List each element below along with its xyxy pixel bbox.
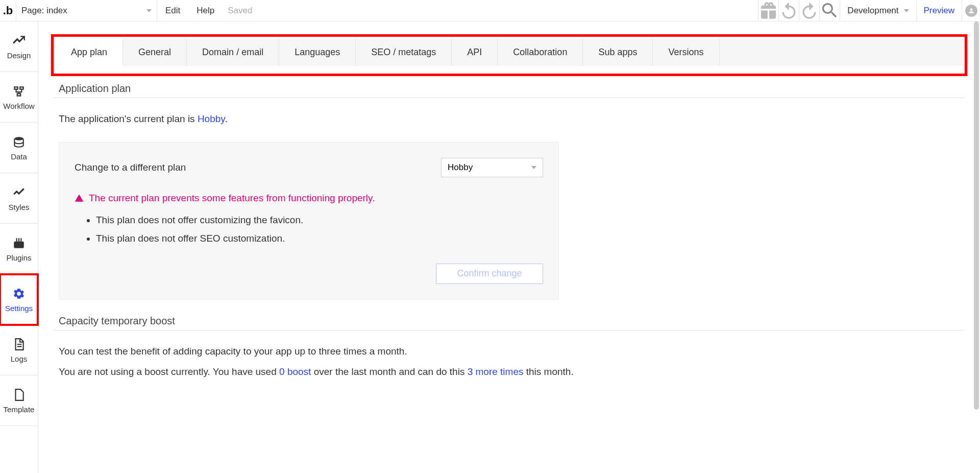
tab-api[interactable]: API bbox=[452, 39, 498, 66]
section-title-app-plan: Application plan bbox=[59, 83, 965, 94]
tab-seo-metatags[interactable]: SEO / metatags bbox=[356, 39, 452, 66]
change-plan-row: Change to a different plan Hobby bbox=[75, 158, 543, 177]
env-selector[interactable]: Development bbox=[840, 0, 916, 21]
sidebar-item-label: Plugins bbox=[6, 253, 31, 262]
tab-versions[interactable]: Versions bbox=[653, 39, 719, 66]
sidebar-item-plugins[interactable]: Plugins bbox=[0, 224, 38, 274]
undo-icon[interactable] bbox=[778, 0, 799, 21]
current-plan-suffix: . bbox=[225, 113, 227, 124]
user-menu[interactable] bbox=[962, 0, 980, 21]
confirm-change-label: Confirm change bbox=[457, 268, 522, 279]
top-menu: Edit Help Saved bbox=[157, 0, 257, 21]
template-icon bbox=[12, 388, 26, 402]
env-selector-label: Development bbox=[847, 6, 898, 16]
menu-help[interactable]: Help bbox=[188, 6, 223, 16]
current-plan-prefix: The application's current plan is bbox=[59, 113, 198, 124]
left-sidebar: Design Workflow Data Styles Plugins Sett… bbox=[0, 21, 38, 473]
tab-domain-email[interactable]: Domain / email bbox=[187, 39, 279, 66]
plan-warning-text: The current plan prevents some features … bbox=[89, 193, 375, 204]
preview-button[interactable]: Preview bbox=[916, 0, 962, 21]
limitation-item: This plan does not offer SEO customizati… bbox=[96, 229, 543, 248]
preview-label: Preview bbox=[924, 6, 954, 16]
divider bbox=[54, 98, 965, 98]
sidebar-item-settings[interactable]: Settings bbox=[0, 274, 38, 325]
logs-icon bbox=[12, 337, 26, 351]
design-icon bbox=[12, 34, 26, 48]
tab-sub-apps[interactable]: Sub apps bbox=[583, 39, 653, 66]
settings-tabs-highlight: App plan General Domain / email Language… bbox=[54, 37, 965, 74]
boost-line1: You can test the benefit of adding capac… bbox=[59, 344, 965, 359]
sidebar-item-styles[interactable]: Styles bbox=[0, 173, 38, 224]
app-logo[interactable]: .b bbox=[0, 0, 16, 21]
sidebar-item-label: Logs bbox=[11, 354, 28, 363]
sidebar-item-label: Settings bbox=[5, 304, 33, 313]
change-plan-label: Change to a different plan bbox=[75, 162, 186, 173]
save-status: Saved bbox=[223, 6, 257, 16]
search-icon[interactable] bbox=[819, 0, 840, 21]
settings-tabs: App plan General Domain / email Language… bbox=[56, 39, 963, 66]
sidebar-item-label: Workflow bbox=[3, 102, 34, 110]
page-selector-label: Page: index bbox=[21, 6, 67, 16]
tab-collaboration[interactable]: Collaboration bbox=[498, 39, 583, 66]
gift-icon[interactable] bbox=[758, 0, 778, 21]
chevron-down-icon bbox=[146, 9, 152, 12]
redo-icon[interactable] bbox=[799, 0, 819, 21]
plan-warning: The current plan prevents some features … bbox=[75, 193, 543, 204]
section-title-boost: Capacity temporary boost bbox=[59, 315, 965, 327]
sidebar-item-design[interactable]: Design bbox=[0, 21, 38, 72]
menu-edit[interactable]: Edit bbox=[157, 6, 188, 16]
chevron-down-icon bbox=[904, 9, 909, 12]
limitation-item: This plan does not offer customizing the… bbox=[96, 211, 543, 229]
main-content: App plan General Domain / email Language… bbox=[38, 21, 980, 473]
sidebar-item-data[interactable]: Data bbox=[0, 123, 38, 173]
boost-text: over the last month and can do this bbox=[311, 366, 467, 377]
plugins-icon bbox=[12, 236, 26, 250]
divider bbox=[54, 330, 965, 330]
svg-point-0 bbox=[14, 137, 23, 140]
sidebar-item-template[interactable]: Template bbox=[0, 375, 38, 426]
plan-limitations: This plan does not offer customizing the… bbox=[96, 211, 543, 248]
data-icon bbox=[12, 135, 26, 149]
plan-select[interactable]: Hobby bbox=[441, 158, 543, 177]
tab-languages[interactable]: Languages bbox=[279, 39, 356, 66]
tab-app-plan[interactable]: App plan bbox=[56, 39, 123, 66]
boost-line2: You are not using a boost currently. You… bbox=[59, 364, 965, 380]
topbar-right: Development Preview bbox=[758, 0, 980, 21]
scrollbar-thumb[interactable] bbox=[974, 21, 979, 410]
current-plan-link[interactable]: Hobby bbox=[198, 113, 225, 124]
gear-icon bbox=[12, 287, 26, 301]
sidebar-item-label: Styles bbox=[9, 203, 30, 211]
topbar: .b Page: index Edit Help Saved Developme… bbox=[0, 0, 980, 21]
workflow-icon bbox=[12, 84, 26, 99]
sidebar-item-logs[interactable]: Logs bbox=[0, 325, 38, 375]
styles-icon bbox=[12, 185, 26, 200]
warning-icon bbox=[75, 194, 84, 203]
boost-text: this month. bbox=[523, 366, 573, 377]
sidebar-item-label: Data bbox=[11, 152, 27, 161]
plan-card: Change to a different plan Hobby The cur… bbox=[59, 142, 559, 299]
confirm-change-button[interactable]: Confirm change bbox=[436, 264, 543, 284]
plan-select-value: Hobby bbox=[448, 162, 473, 173]
scrollbar[interactable] bbox=[974, 21, 979, 473]
tab-general[interactable]: General bbox=[123, 39, 187, 66]
sidebar-item-workflow[interactable]: Workflow bbox=[0, 72, 38, 123]
chevron-down-icon bbox=[531, 166, 536, 169]
boost-count-link[interactable]: 0 boost bbox=[279, 366, 311, 377]
boost-text: You are not using a boost currently. You… bbox=[59, 366, 279, 377]
page-selector[interactable]: Page: index bbox=[16, 0, 157, 21]
avatar-icon bbox=[965, 5, 977, 17]
sidebar-item-label: Design bbox=[7, 51, 31, 60]
boost-remaining-link[interactable]: 3 more times bbox=[468, 366, 524, 377]
current-plan-text: The application's current plan is Hobby. bbox=[59, 111, 965, 127]
sidebar-item-label: Template bbox=[4, 405, 35, 414]
